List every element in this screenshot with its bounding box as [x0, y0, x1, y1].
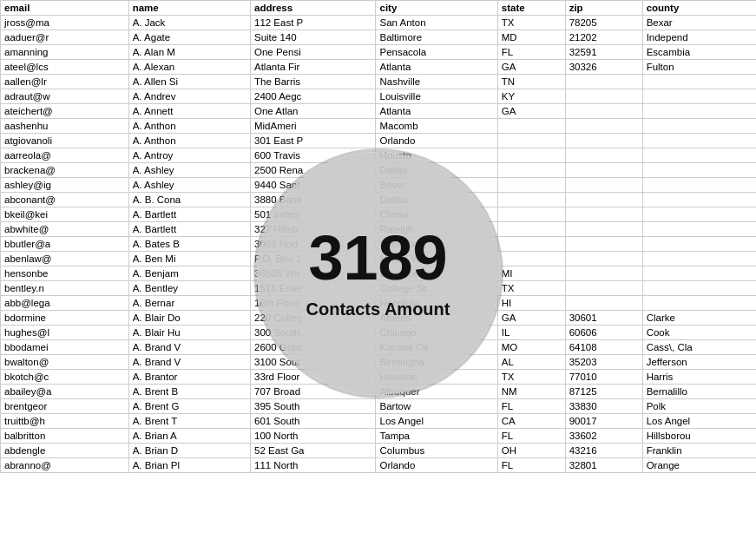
- table-cell: balbritton: [1, 429, 129, 444]
- table-cell: A. Andrev: [128, 89, 250, 104]
- table-row: ateel@lcsA. AlexanAtlanta FirAtlantaGA30…: [1, 60, 757, 75]
- table-cell: [642, 207, 756, 222]
- table-cell: abenlaw@: [1, 252, 129, 266]
- table-cell: bkeil@kei: [1, 207, 129, 222]
- table-cell: A. Alexan: [128, 60, 250, 75]
- table-cell: A. Brantor: [128, 370, 250, 385]
- table-cell: [642, 148, 756, 163]
- table-cell: Bernalillo: [642, 385, 756, 399]
- table-cell: One Pensi: [250, 45, 376, 60]
- table-cell: aashenhu: [1, 119, 129, 134]
- spreadsheet-container: emailnameaddresscitystatezipcountyphonef…: [0, 0, 756, 546]
- table-cell: [565, 281, 642, 296]
- table-cell: A. Brent G: [128, 399, 250, 414]
- table-cell: 112 East P: [250, 16, 376, 30]
- table-row: adraut@wA. Andrev2400 AegcLouisvilleKY02…: [1, 89, 757, 104]
- table-cell: [565, 266, 642, 281]
- table-cell: [565, 222, 642, 237]
- table-cell: Baltimore: [376, 30, 497, 45]
- table-cell: 395 South: [250, 399, 376, 414]
- table-cell: [497, 222, 565, 237]
- table-cell: A. Bartlett: [128, 222, 250, 237]
- column-header-name: name: [128, 1, 250, 16]
- table-cell: FL: [497, 45, 565, 60]
- table-cell: abb@lega: [1, 296, 129, 311]
- table-cell: 30601: [565, 311, 642, 326]
- table-row: ateichert@A. AnnettOne AtlanAtlantaGA881…: [1, 104, 757, 119]
- table-cell: A. Brent B: [128, 385, 250, 399]
- table-cell: A. Ashley: [128, 178, 250, 193]
- table-cell: hughes@l: [1, 326, 129, 340]
- table-cell: [642, 252, 756, 266]
- table-cell: aarreola@: [1, 148, 129, 163]
- table-row: truittb@hA. Brent T601 SouthLos AngelCA9…: [1, 414, 757, 429]
- table-cell: [642, 193, 756, 207]
- table-cell: A. Brian Pl: [128, 458, 250, 473]
- column-header-address: address: [250, 1, 376, 16]
- table-row: brentgeorA. Brent G395 SouthBartowFL3383…: [1, 399, 757, 414]
- table-cell: [565, 75, 642, 89]
- table-cell: Columbus: [376, 444, 497, 458]
- table-cell: GA: [497, 60, 565, 75]
- table-cell: TX: [497, 16, 565, 30]
- table-cell: aaduer@r: [1, 30, 129, 45]
- table-cell: abailey@a: [1, 385, 129, 399]
- table-cell: A. Brian D: [128, 444, 250, 458]
- table-cell: [642, 75, 756, 89]
- table-cell: A. Brand V: [128, 340, 250, 355]
- table-cell: A. Benjam: [128, 266, 250, 281]
- table-cell: A. Alan M: [128, 45, 250, 60]
- table-cell: bwalton@: [1, 355, 129, 370]
- table-cell: GA: [497, 104, 565, 119]
- table-cell: FL: [497, 458, 565, 473]
- table-cell: 2400 Aegc: [250, 89, 376, 104]
- table-cell: Macomb: [376, 119, 497, 134]
- table-cell: 301 East P: [250, 134, 376, 148]
- table-cell: AL: [497, 355, 565, 370]
- table-cell: [565, 104, 642, 119]
- table-cell: [565, 237, 642, 252]
- table-cell: Atlanta: [376, 104, 497, 119]
- table-cell: A. Annett: [128, 104, 250, 119]
- table-cell: [565, 193, 642, 207]
- table-cell: A. Ashley: [128, 163, 250, 178]
- table-cell: jross@ma: [1, 16, 129, 30]
- table-cell: amanning: [1, 45, 129, 60]
- table-cell: [642, 281, 756, 296]
- table-cell: Bexar: [642, 16, 756, 30]
- table-cell: A. Bates B: [128, 237, 250, 252]
- table-cell: Los Angel: [642, 414, 756, 429]
- table-cell: FL: [497, 429, 565, 444]
- table-cell: [565, 252, 642, 266]
- table-cell: [642, 222, 756, 237]
- table-cell: 32801: [565, 458, 642, 473]
- table-row: atgiovanoliA. Anthon301 East POrlando5(L…: [1, 134, 757, 148]
- table-cell: hensonbe: [1, 266, 129, 281]
- table-row: balbrittonA. Brian A100 NorthTampaFL3360…: [1, 429, 757, 444]
- table-cell: [565, 207, 642, 222]
- table-cell: truittb@h: [1, 414, 129, 429]
- table-cell: A. Antroy: [128, 148, 250, 163]
- table-cell: IL: [497, 326, 565, 340]
- table-cell: [497, 148, 565, 163]
- table-cell: abdengle: [1, 444, 129, 458]
- column-header-email: email: [1, 1, 129, 16]
- table-cell: [642, 89, 756, 104]
- column-header-county: county: [642, 1, 756, 16]
- table-cell: 33830: [565, 399, 642, 414]
- table-cell: adraut@w: [1, 89, 129, 104]
- table-row: aashenhuA. AnthonMidAmeriMacomb5-28Emine…: [1, 119, 757, 134]
- table-cell: 77010: [565, 370, 642, 385]
- table-cell: 111 North: [250, 458, 376, 473]
- contacts-label: Contacts Amount: [306, 299, 450, 319]
- table-cell: 60606: [565, 326, 642, 340]
- table-cell: Louisville: [376, 89, 497, 104]
- table-cell: brentgeor: [1, 399, 129, 414]
- table-cell: [565, 134, 642, 148]
- table-cell: Pensacola: [376, 45, 497, 60]
- table-cell: [642, 237, 756, 252]
- table-cell: NM: [497, 385, 565, 399]
- table-cell: ateel@lcs: [1, 60, 129, 75]
- table-cell: A. Brent T: [128, 414, 250, 429]
- table-cell: ashley@ig: [1, 178, 129, 193]
